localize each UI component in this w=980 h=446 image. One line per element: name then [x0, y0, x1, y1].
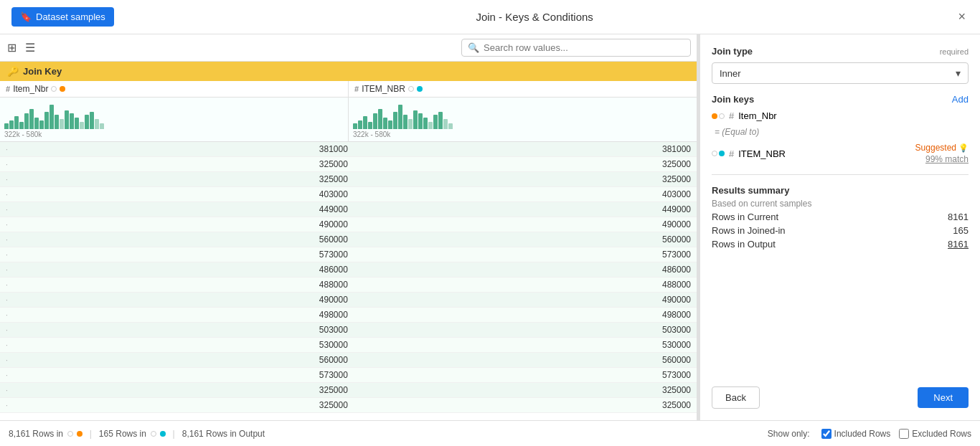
- bar: [448, 123, 453, 129]
- row-dot: ·: [0, 217, 11, 232]
- cell: 325000: [11, 157, 354, 172]
- bar: [433, 115, 438, 129]
- hash-icon-2: #: [354, 85, 359, 93]
- bar: [373, 113, 377, 129]
- rows-current-value: 8161: [948, 212, 969, 222]
- histogram-bars-left: [4, 100, 344, 129]
- row-dot: ·: [0, 323, 11, 338]
- next-button[interactable]: Next: [918, 387, 969, 408]
- bar: [4, 123, 9, 129]
- key-dots-1: [712, 113, 725, 119]
- table-row: ·498000498000: [0, 308, 697, 323]
- bar: [70, 113, 74, 129]
- column-header-item-nbr2: # ITEM_NBR: [349, 81, 697, 97]
- rows-joined-label: Rows in Joined-in: [712, 225, 786, 236]
- cell: 325000: [11, 172, 354, 187]
- chevron-down-icon: ▾: [956, 67, 961, 79]
- equals-label: = (Equal to): [712, 127, 969, 137]
- dataset-samples-button[interactable]: 🔖 Dataset samples: [11, 7, 114, 27]
- included-rows-checkbox[interactable]: [821, 429, 831, 439]
- cell: 403000: [354, 187, 697, 202]
- bar: [65, 110, 69, 129]
- bar: [90, 112, 94, 129]
- results-subtitle: Based on current samples: [712, 199, 969, 209]
- right-panel: Join type required Inner ▾ Join keys Add…: [700, 34, 980, 420]
- bar: [428, 122, 433, 129]
- row-dot: ·: [0, 247, 11, 262]
- cell: 381000: [11, 142, 354, 157]
- search-bar: 🔍: [461, 39, 691, 57]
- dot-empty-status2: [151, 431, 156, 437]
- range-label-right: 322k - 580k: [353, 129, 692, 141]
- table-row: ·325000325000: [0, 172, 697, 187]
- search-input[interactable]: [484, 42, 684, 53]
- included-rows-checkbox-label[interactable]: Included Rows: [821, 429, 891, 439]
- join-keys-add[interactable]: Add: [952, 94, 969, 105]
- bar: [418, 113, 423, 129]
- row-dot: ·: [0, 172, 11, 187]
- bar: [383, 118, 387, 129]
- bar: [55, 115, 59, 129]
- range-label-left: 322k - 580k: [4, 129, 344, 141]
- cell: 503000: [11, 323, 354, 338]
- dot-orange-1: [60, 86, 65, 92]
- table-row: ·381000381000: [0, 142, 697, 157]
- table-row: ·325000325000: [0, 383, 697, 398]
- table-row: ·573000573000: [0, 247, 697, 262]
- cell: 560000: [354, 353, 697, 368]
- cell: 498000: [354, 308, 697, 323]
- cell: 325000: [354, 157, 697, 172]
- cell: 490000: [354, 217, 697, 232]
- excluded-rows-label: Excluded Rows: [912, 429, 971, 439]
- excluded-rows-checkbox-label[interactable]: Excluded Rows: [899, 429, 971, 439]
- bar: [39, 120, 44, 129]
- bar: [75, 118, 79, 129]
- row-dot: ·: [0, 262, 11, 277]
- back-button[interactable]: Back: [712, 386, 760, 409]
- row-dot: ·: [0, 338, 11, 353]
- status-bar: 8,161 Rows in | 165 Rows in | 8,161 Rows…: [0, 420, 980, 446]
- grid-icon-button[interactable]: ⊞: [6, 39, 18, 56]
- hash-icon-key1: #: [729, 110, 734, 121]
- cell: 573000: [354, 247, 697, 262]
- rows-output-row: Rows in Output 8161: [712, 239, 969, 250]
- status-right: Show only: Included Rows Excluded Rows: [768, 429, 971, 439]
- cell: 573000: [354, 368, 697, 383]
- histogram-bars-right: [353, 100, 692, 129]
- cell: 490000: [11, 217, 354, 232]
- rows-current-row: Rows in Current 8161: [712, 212, 969, 222]
- dot-empty-1: [51, 86, 57, 92]
- rows-current-label: Rows in Current: [712, 212, 778, 222]
- rows-output-value: 8161: [948, 239, 969, 250]
- cell: 325000: [354, 383, 697, 398]
- bookmark-icon: 🔖: [20, 11, 32, 22]
- dot-teal-status: [160, 431, 166, 437]
- cell: 325000: [354, 172, 697, 187]
- dot-teal-1: [417, 86, 423, 92]
- search-icon: 🔍: [468, 42, 479, 53]
- results-title: Results summary: [712, 185, 969, 196]
- cell: 325000: [354, 398, 697, 413]
- key-icon: 🔑: [7, 66, 19, 77]
- table-row: ·530000530000: [0, 338, 697, 353]
- excluded-rows-checkbox[interactable]: [899, 429, 909, 439]
- results-summary: Results summary Based on current samples…: [712, 185, 969, 250]
- dot-teal-key2: [719, 151, 725, 156]
- rows-in-count: 8,161 Rows in: [9, 429, 83, 439]
- list-icon-button[interactable]: ☰: [24, 39, 37, 56]
- action-buttons: Back Next: [712, 386, 969, 409]
- rows-in2-count: 165 Rows in: [99, 429, 166, 439]
- data-table: ·381000381000·325000325000·325000325000·…: [0, 142, 697, 420]
- rows-joined-row: Rows in Joined-in 165: [712, 225, 969, 236]
- table-row: ·490000490000: [0, 293, 697, 308]
- dot-empty-status: [67, 431, 73, 437]
- cell: 490000: [11, 293, 354, 308]
- dot-orange-status: [77, 431, 83, 437]
- cell: 560000: [11, 353, 354, 368]
- join-type-select[interactable]: Inner ▾: [712, 62, 969, 84]
- cell: 560000: [354, 232, 697, 247]
- close-button[interactable]: ×: [955, 6, 969, 27]
- bar: [80, 122, 84, 129]
- join-keys-header: Join keys Add: [712, 94, 969, 105]
- table-row: ·490000490000: [0, 217, 697, 232]
